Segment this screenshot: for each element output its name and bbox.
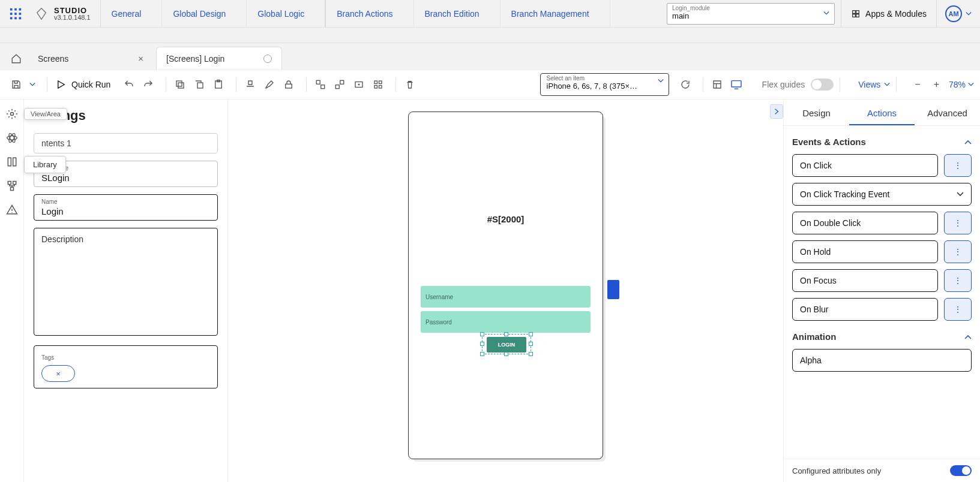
tags-label: Tags bbox=[41, 354, 54, 361]
rail-settings-icon[interactable] bbox=[6, 108, 18, 120]
event-on-click[interactable]: On Click bbox=[792, 154, 938, 177]
svg-rect-29 bbox=[8, 182, 11, 185]
edit-tool[interactable] bbox=[242, 77, 258, 92]
paste-button[interactable] bbox=[211, 77, 226, 92]
toggle-off-icon[interactable] bbox=[811, 79, 834, 91]
flex-guides-toggle[interactable]: Flex guides bbox=[762, 79, 834, 91]
copy-button[interactable] bbox=[172, 77, 188, 92]
event-on-focus-menu[interactable]: ⋮ bbox=[944, 269, 972, 292]
svg-rect-7 bbox=[14, 17, 17, 19]
svg-rect-0 bbox=[10, 8, 13, 10]
grid-tool[interactable] bbox=[370, 77, 386, 92]
tab-advanced[interactable]: Advanced bbox=[915, 102, 980, 125]
tab-screens[interactable]: Screens × bbox=[28, 47, 154, 70]
rail-warnings-icon[interactable] bbox=[6, 204, 18, 216]
chevron-down-icon bbox=[966, 11, 972, 16]
app-launcher-button[interactable] bbox=[2, 0, 29, 28]
rail-atom-icon[interactable] bbox=[6, 132, 18, 144]
event-on-hold[interactable]: On Hold bbox=[792, 240, 938, 263]
svg-rect-1 bbox=[14, 8, 17, 10]
zoom-out-button[interactable]: − bbox=[911, 79, 924, 90]
tags-field[interactable]: Tags × bbox=[34, 345, 218, 388]
tag-chip-remove[interactable]: × bbox=[41, 365, 75, 382]
section-animation[interactable]: Animation bbox=[792, 332, 972, 342]
brush-tool[interactable] bbox=[262, 77, 277, 92]
rail-library-icon[interactable] bbox=[6, 156, 18, 168]
user-menu[interactable]: AM bbox=[937, 0, 980, 27]
menu-general[interactable]: General bbox=[101, 0, 163, 27]
design-canvas[interactable]: #S[2000] Username Password LOGIN bbox=[228, 100, 783, 482]
svg-rect-22 bbox=[374, 86, 377, 89]
svg-rect-30 bbox=[13, 182, 16, 185]
event-on-focus[interactable]: On Focus bbox=[792, 269, 938, 292]
add-folder-tool[interactable] bbox=[351, 77, 367, 92]
lock-button[interactable] bbox=[281, 77, 296, 92]
group-tool-2[interactable] bbox=[332, 77, 347, 92]
device-preview-button[interactable] bbox=[729, 77, 744, 92]
svg-rect-11 bbox=[197, 83, 203, 88]
section-label: Animation bbox=[792, 332, 836, 342]
device-selector[interactable]: Select an item iPhone 6, 6s, 7, 8 (375×… bbox=[540, 73, 669, 96]
module-selector[interactable]: Login_module main bbox=[667, 3, 835, 25]
delete-button[interactable] bbox=[402, 77, 418, 92]
quick-run-button[interactable]: Quick Run bbox=[53, 79, 115, 90]
apps-modules-label: Apps & Modules bbox=[865, 9, 927, 19]
description-field[interactable]: Description bbox=[34, 228, 218, 336]
contents-dropdown[interactable]: ntents 1 bbox=[34, 133, 218, 153]
chevron-down-icon bbox=[145, 12, 151, 16]
chevron-down-icon bbox=[968, 82, 974, 87]
apps-modules-button[interactable]: Apps & Modules bbox=[841, 0, 937, 27]
anim-alpha[interactable]: Alpha bbox=[792, 349, 972, 372]
name-field[interactable]: Name Login bbox=[34, 194, 218, 221]
mock-password-input[interactable]: Password bbox=[421, 311, 591, 333]
svg-rect-4 bbox=[14, 13, 17, 15]
mock-login-button[interactable]: LOGIN bbox=[487, 337, 526, 353]
zoom-dropdown[interactable]: 78% bbox=[949, 80, 974, 89]
menu-branch-edition[interactable]: Branch Edition bbox=[414, 0, 501, 27]
event-on-hold-menu[interactable]: ⋮ bbox=[944, 240, 972, 263]
event-on-double-click-menu[interactable]: ⋮ bbox=[944, 212, 972, 234]
chevron-down-icon bbox=[397, 12, 403, 16]
section-events-actions[interactable]: Events & Actions bbox=[792, 137, 972, 147]
views-dropdown[interactable]: Views bbox=[858, 80, 890, 89]
event-on-blur-menu[interactable]: ⋮ bbox=[944, 298, 972, 321]
event-on-blur[interactable]: On Blur bbox=[792, 298, 938, 321]
chevron-down-icon bbox=[483, 12, 489, 16]
close-icon[interactable]: × bbox=[138, 53, 143, 64]
right-panel-collapse-button[interactable] bbox=[770, 104, 783, 119]
menu-global-logic[interactable]: Global Logic bbox=[247, 0, 326, 27]
svg-rect-20 bbox=[374, 81, 377, 84]
device-value: iPhone 6, 6s, 7, 8 (375×… bbox=[547, 82, 653, 91]
zoom-in-button[interactable]: + bbox=[930, 79, 943, 90]
save-button[interactable] bbox=[8, 77, 24, 92]
menu-branch-actions[interactable]: Branch Actions bbox=[326, 0, 413, 27]
menu-global-design[interactable]: Global Design bbox=[162, 0, 247, 27]
refresh-button[interactable] bbox=[678, 77, 693, 92]
save-dropdown[interactable] bbox=[28, 77, 37, 92]
menu-branch-management[interactable]: Branch Management bbox=[501, 0, 610, 27]
cut-button[interactable] bbox=[191, 77, 207, 92]
tab-screens-login[interactable]: [Screens] Login bbox=[156, 47, 282, 70]
mock-username-input[interactable]: Username bbox=[421, 286, 591, 308]
group-tool-1[interactable] bbox=[313, 77, 328, 92]
event-on-click-menu[interactable]: ⋮ bbox=[944, 154, 972, 177]
selection-flag[interactable] bbox=[607, 280, 619, 299]
chevron-down-icon bbox=[957, 192, 964, 197]
menu-label: Branch Management bbox=[511, 9, 589, 19]
tab-design[interactable]: Design bbox=[784, 102, 849, 125]
svg-rect-24 bbox=[732, 81, 741, 87]
chevron-down-icon bbox=[658, 79, 664, 83]
left-rail bbox=[0, 100, 24, 482]
event-on-double-click[interactable]: On Double Click bbox=[792, 212, 938, 234]
rail-tree-icon[interactable] bbox=[6, 180, 18, 192]
chevron-down-icon bbox=[823, 11, 829, 16]
brand-version: v3.1.0.148.1 bbox=[54, 14, 91, 21]
undo-button[interactable] bbox=[121, 77, 137, 92]
layout-tool[interactable] bbox=[709, 77, 725, 92]
home-button[interactable] bbox=[5, 48, 28, 70]
redo-button[interactable] bbox=[140, 77, 156, 92]
top-menu: General Global Design Global Logic Branc… bbox=[101, 0, 610, 27]
tracking-event-select[interactable]: On Click Tracking Event bbox=[792, 183, 972, 206]
configured-only-toggle[interactable] bbox=[950, 465, 972, 476]
tab-actions[interactable]: Actions bbox=[849, 102, 915, 125]
